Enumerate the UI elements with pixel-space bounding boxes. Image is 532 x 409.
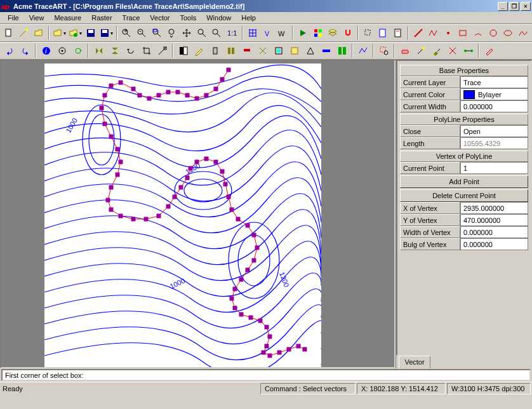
zoom-in-icon[interactable]: +: [120, 26, 134, 40]
tool9-icon[interactable]: [335, 44, 349, 58]
status-ready: Ready: [0, 383, 259, 394]
close-value[interactable]: Open: [460, 125, 528, 137]
grid-icon[interactable]: [246, 26, 260, 40]
menu-view[interactable]: View: [24, 13, 50, 23]
pencil-icon[interactable]: [192, 44, 206, 58]
snap-icon[interactable]: [341, 26, 355, 40]
x-vertex-value[interactable]: 2935.000000: [460, 202, 528, 214]
eraser-icon[interactable]: [397, 44, 412, 58]
new-icon[interactable]: [2, 26, 16, 40]
mirror-v-icon[interactable]: [107, 44, 122, 58]
tool5-icon[interactable]: [271, 44, 286, 58]
menu-vector[interactable]: Vector: [145, 13, 175, 23]
magic-icon[interactable]: [413, 44, 428, 58]
v-icon[interactable]: V: [261, 26, 275, 40]
current-width-value[interactable]: 0.000000: [460, 100, 528, 112]
tool4-icon[interactable]: [255, 44, 270, 58]
bulg-vertex-value[interactable]: 0.000000: [460, 238, 528, 250]
zoom-extents-icon[interactable]: [209, 26, 223, 40]
title-bar: ap Acme TraceART - [C:\Program Files\Acm…: [0, 0, 532, 12]
redo-icon[interactable]: [18, 44, 32, 58]
layers-icon[interactable]: [326, 26, 340, 40]
select-zoom-icon[interactable]: [376, 44, 391, 58]
menu-tools[interactable]: Tools: [175, 13, 202, 23]
vector-tab[interactable]: Vector: [399, 356, 430, 368]
open-vector-icon[interactable]: [68, 26, 83, 40]
save-icon[interactable]: [84, 26, 98, 40]
play-icon[interactable]: [296, 26, 310, 40]
properties-scroll[interactable]: Base Properties Current Layer Trace Curr…: [396, 60, 532, 356]
zoom-previous-icon[interactable]: [195, 26, 209, 40]
svg-rect-120: [157, 214, 161, 218]
zoom-dynamic-icon[interactable]: [164, 26, 178, 40]
svg-rect-130: [223, 182, 227, 186]
w-icon[interactable]: W: [276, 26, 290, 40]
target-icon[interactable]: [55, 44, 69, 58]
canvas-area[interactable]: 1000 1200 1000 1200: [0, 60, 396, 368]
tool6-icon[interactable]: [287, 44, 302, 58]
scale-icon[interactable]: [155, 44, 170, 58]
tool2-icon[interactable]: [223, 44, 238, 58]
menu-file[interactable]: File: [3, 13, 24, 23]
add-point-button[interactable]: Add Point: [400, 175, 528, 188]
current-color-value[interactable]: Bylayer: [460, 88, 528, 100]
edit-icon[interactable]: [482, 44, 496, 58]
menu-measure[interactable]: Measure: [49, 13, 86, 23]
pan-icon[interactable]: [180, 26, 194, 40]
draw-ellipse-icon[interactable]: [502, 26, 515, 40]
draw-line-icon[interactable]: [411, 26, 425, 40]
svg-rect-108: [100, 106, 103, 110]
y-vertex-value[interactable]: 470.000000: [460, 214, 528, 226]
svg-rect-111: [116, 147, 119, 151]
mirror-h-icon[interactable]: [91, 44, 106, 58]
invert-icon[interactable]: [176, 44, 190, 58]
tool8-icon[interactable]: [319, 44, 333, 58]
draw-point-icon[interactable]: [441, 26, 455, 40]
delete-point-button[interactable]: Delete Current Point: [400, 189, 528, 202]
crop-icon[interactable]: [361, 26, 375, 40]
svg-point-17: [169, 29, 174, 34]
menu-help[interactable]: Help: [236, 13, 261, 23]
tool10-icon[interactable]: [356, 44, 370, 58]
save-as-icon[interactable]: [99, 26, 114, 40]
draw-rect-icon[interactable]: [456, 26, 470, 40]
doc2-icon[interactable]: [391, 26, 405, 40]
refresh-icon[interactable]: [70, 44, 85, 58]
svg-rect-110: [109, 135, 113, 138]
svg-rect-109: [103, 122, 107, 126]
menu-window[interactable]: Window: [201, 13, 236, 23]
close-button[interactable]: ×: [521, 2, 531, 11]
doc1-icon[interactable]: [376, 26, 390, 40]
minimize-button[interactable]: _: [498, 2, 508, 11]
cut-icon[interactable]: [445, 44, 460, 58]
maximize-button[interactable]: ❐: [509, 2, 519, 11]
menu-trace[interactable]: Trace: [117, 13, 145, 23]
batch-icon[interactable]: [311, 26, 325, 40]
zoom-window-icon[interactable]: [150, 26, 164, 40]
join-icon[interactable]: [461, 44, 475, 58]
menu-raster[interactable]: Raster: [86, 13, 117, 23]
open-icon[interactable]: [32, 26, 46, 40]
tool1-icon[interactable]: [208, 44, 222, 58]
draw-arc-icon[interactable]: [471, 26, 485, 40]
zoom-out-icon[interactable]: -: [135, 26, 149, 40]
wizard-icon[interactable]: [17, 26, 31, 40]
tool7-icon[interactable]: [303, 44, 317, 58]
crop2-icon[interactable]: [139, 44, 154, 58]
open-raster-icon[interactable]: [52, 26, 67, 40]
width-vertex-value[interactable]: 0.000000: [460, 226, 528, 238]
tool3-icon[interactable]: [239, 44, 254, 58]
brush-icon[interactable]: [429, 44, 444, 58]
rotate-icon[interactable]: [123, 44, 138, 58]
draw-circle-icon[interactable]: [486, 26, 500, 40]
draw-spline-icon[interactable]: [516, 26, 530, 40]
svg-rect-103: [138, 93, 142, 97]
current-layer-value[interactable]: Trace: [460, 76, 528, 88]
info-icon[interactable]: i: [39, 44, 53, 58]
undo-icon[interactable]: [2, 44, 17, 58]
zoom-actual-icon[interactable]: 1:1: [225, 26, 239, 40]
current-point-value[interactable]: 1: [460, 162, 528, 174]
draw-polyline-icon[interactable]: [426, 26, 440, 40]
selected-polyline[interactable]: [100, 68, 307, 358]
command-line[interactable]: First corner of select box:: [1, 369, 531, 381]
